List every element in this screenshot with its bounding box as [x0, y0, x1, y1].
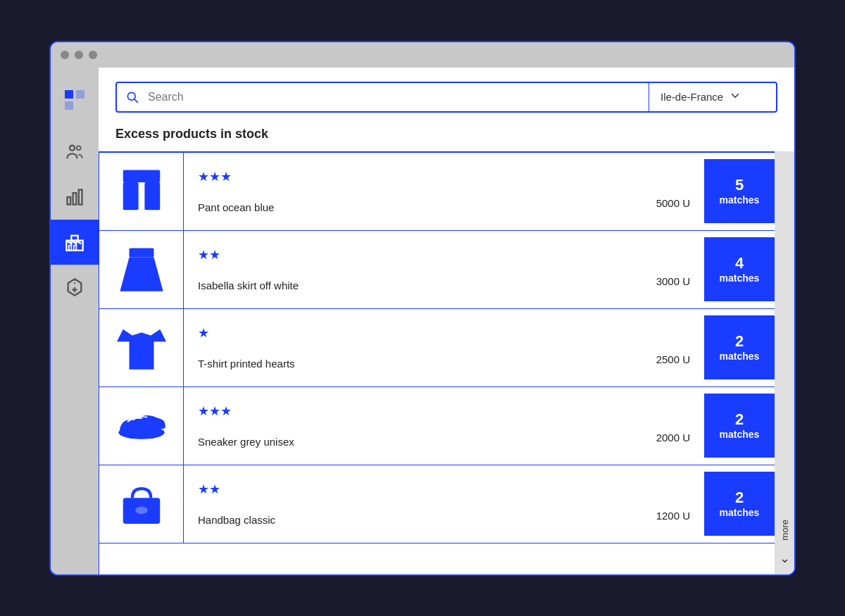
matches-cell[interactable]: 2 matches — [704, 315, 775, 379]
browser-frame: Ile-de-France Excess products in stock — [49, 41, 796, 576]
sidebar — [51, 68, 99, 574]
table-row: ★★ Handbag classic 1200 U 2 matches — [99, 465, 775, 543]
matches-count: 5 — [735, 176, 744, 194]
users-icon — [65, 142, 84, 162]
matches-label: matches — [720, 429, 760, 441]
matches-cell[interactable]: 4 matches — [704, 237, 775, 301]
product-info-cell: ★★ Isabella skirt off white 3000 U — [184, 237, 704, 301]
dot-3 — [89, 51, 97, 59]
search-icon-wrap — [117, 90, 148, 104]
matches-cell[interactable]: 2 matches — [704, 394, 775, 458]
analytics-icon — [65, 187, 84, 207]
search-icon — [125, 90, 139, 104]
product-info-cell: ★★★ Sneaker grey unisex 2000 U — [184, 394, 704, 458]
matches-label: matches — [720, 194, 760, 206]
product-table: ★★★ Pant ocean blue 5000 U 5 matches — [99, 151, 775, 574]
product-name: T-shirt printed hearts — [198, 358, 295, 370]
sidebar-item-users[interactable] — [51, 130, 99, 175]
product-stars: ★★ — [198, 247, 690, 263]
scroll-down-icon[interactable]: ⌄ — [780, 551, 790, 566]
product-stars: ★★★ — [198, 169, 690, 184]
product-row-inner: ★★ Handbag classic 1200 U 2 matches — [184, 472, 775, 536]
dot-1 — [61, 51, 69, 59]
dot-2 — [75, 51, 83, 59]
matches-count: 2 — [735, 410, 744, 429]
table-row: ★ T-shirt printed hearts 2500 U 2 matche… — [99, 309, 775, 387]
sidebar-item-analytics[interactable] — [51, 175, 99, 220]
svg-rect-5 — [68, 197, 71, 205]
product-name: Handbag classic — [198, 514, 275, 526]
search-input[interactable] — [148, 91, 649, 103]
factory-icon — [65, 232, 84, 252]
product-image-cell — [99, 387, 184, 465]
product-info-cell: ★★★ Pant ocean blue 5000 U — [184, 159, 704, 223]
product-quantity: 2000 U — [656, 432, 690, 444]
more-sidebar: more ⌄ — [775, 151, 794, 574]
svg-rect-7 — [79, 189, 82, 204]
matches-label: matches — [720, 351, 760, 363]
product-quantity: 2500 U — [656, 353, 690, 365]
titlebar — [51, 42, 794, 68]
svg-line-16 — [134, 99, 138, 102]
matches-cell[interactable]: 5 matches — [704, 159, 775, 223]
matches-count: 2 — [735, 332, 744, 351]
matches-cell[interactable]: 2 matches — [704, 472, 775, 536]
product-quantity: 3000 U — [656, 275, 690, 287]
svg-rect-18 — [123, 182, 138, 209]
svg-rect-2 — [76, 90, 84, 99]
matches-label: matches — [720, 272, 760, 284]
sidebar-item-factory[interactable] — [51, 220, 99, 265]
region-selector[interactable]: Ile-de-France — [649, 89, 776, 105]
product-image-cell — [99, 309, 184, 386]
product-quantity: 5000 U — [656, 197, 690, 209]
product-name: Pant ocean blue — [198, 201, 274, 213]
product-image-cell — [99, 153, 184, 230]
svg-rect-1 — [65, 101, 73, 110]
chevron-down-icon — [729, 89, 741, 105]
search-area: Ile-de-France — [99, 68, 794, 127]
browser-content: Ile-de-France Excess products in stock — [51, 68, 794, 574]
product-quantity: 1200 U — [656, 510, 690, 522]
table-row: ★★ Isabella skirt off white 3000 U 4 mat… — [99, 231, 775, 309]
product-row-inner: ★ T-shirt printed hearts 2500 U 2 matche… — [184, 315, 775, 379]
search-bar: Ile-de-France — [115, 82, 777, 113]
svg-point-4 — [77, 146, 81, 150]
main-content: Ile-de-France Excess products in stock — [99, 68, 794, 574]
svg-rect-19 — [144, 182, 160, 209]
svg-marker-22 — [117, 329, 166, 369]
svg-marker-21 — [120, 257, 163, 291]
product-row-inner: ★★ Isabella skirt off white 3000 U 4 mat… — [184, 237, 775, 301]
sidebar-item-inventory-add[interactable] — [51, 265, 99, 310]
product-row-inner: ★★★ Pant ocean blue 5000 U 5 matches — [184, 159, 775, 223]
product-table-container: ★★★ Pant ocean blue 5000 U 5 matches — [99, 151, 794, 574]
product-row-inner: ★★★ Sneaker grey unisex 2000 U 2 matches — [184, 394, 775, 458]
matches-count: 4 — [735, 254, 744, 272]
matches-count: 2 — [735, 489, 744, 507]
product-name: Isabella skirt off white — [198, 279, 299, 291]
table-row: ★★★ Sneaker grey unisex 2000 U 2 matches — [99, 387, 775, 465]
table-row: ★★★ Pant ocean blue 5000 U 5 matches — [99, 153, 775, 231]
sidebar-logo[interactable] — [51, 76, 99, 124]
svg-rect-25 — [135, 506, 148, 514]
svg-rect-20 — [129, 248, 154, 257]
product-image-cell — [99, 231, 184, 308]
inventory-add-icon — [65, 277, 84, 297]
product-stars: ★★ — [198, 482, 690, 497]
logo-icon — [62, 87, 87, 113]
product-name: Sneaker grey unisex — [198, 436, 294, 448]
svg-rect-6 — [73, 193, 77, 204]
product-image-cell — [99, 465, 184, 543]
region-label: Ile-de-France — [661, 91, 723, 103]
product-stars: ★ — [198, 325, 690, 341]
product-stars: ★★★ — [198, 403, 690, 419]
page-title: Excess products in stock — [99, 127, 794, 151]
svg-rect-11 — [71, 235, 77, 240]
product-info-cell: ★★ Handbag classic 1200 U — [184, 472, 704, 536]
svg-point-3 — [70, 145, 75, 150]
more-label[interactable]: more — [780, 520, 790, 541]
matches-label: matches — [720, 507, 760, 519]
svg-rect-17 — [123, 170, 160, 182]
svg-rect-0 — [65, 90, 73, 99]
product-info-cell: ★ T-shirt printed hearts 2500 U — [184, 315, 704, 379]
